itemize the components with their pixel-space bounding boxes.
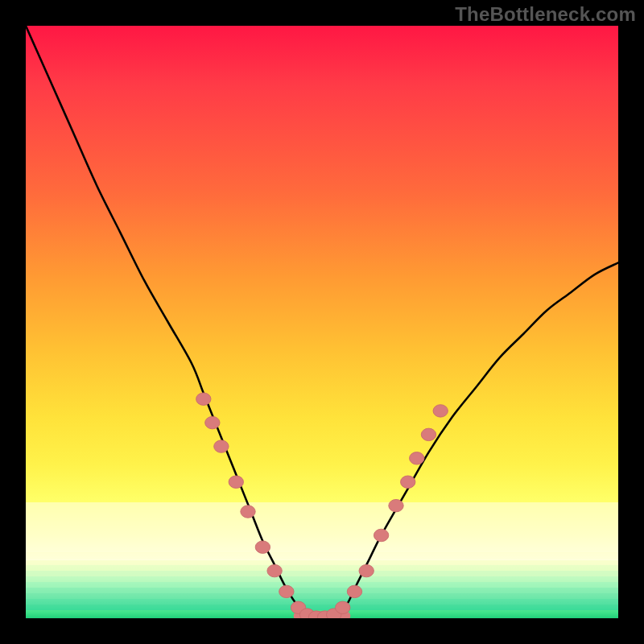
plot-area	[26, 26, 618, 618]
watermark-text: TheBottleneck.com	[455, 3, 636, 26]
curve-marker	[255, 541, 270, 553]
curve-marker	[229, 476, 243, 488]
curve-marker	[279, 585, 294, 597]
curve-marker	[389, 499, 403, 511]
curve-marker	[241, 506, 255, 518]
curve-markers	[196, 393, 448, 618]
curve-marker	[374, 529, 388, 541]
curve-marker	[205, 416, 220, 428]
chart-frame: TheBottleneck.com	[0, 0, 644, 644]
curve-marker	[214, 440, 229, 452]
curve-marker	[433, 405, 448, 417]
curve-marker	[336, 601, 350, 613]
curve-marker	[410, 452, 424, 464]
curve-marker	[196, 393, 211, 405]
curve-marker	[359, 564, 374, 576]
curve-marker	[267, 564, 282, 576]
curve-marker	[401, 476, 415, 488]
curve-marker	[347, 585, 361, 597]
curve-layer	[26, 26, 618, 618]
bottleneck-curve	[26, 26, 618, 618]
curve-marker	[421, 428, 436, 440]
